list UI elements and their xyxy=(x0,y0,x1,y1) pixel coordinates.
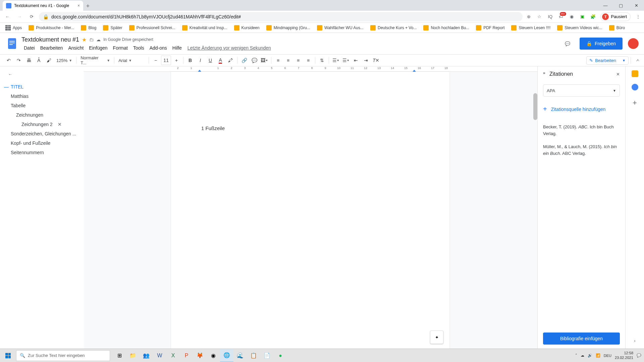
addons-plus-icon[interactable]: + xyxy=(633,99,637,107)
onedrive-icon[interactable]: ☁ xyxy=(581,353,584,358)
word-icon[interactable]: W xyxy=(153,349,166,362)
minimize-icon[interactable]: — xyxy=(598,0,613,11)
close-sidebar-icon[interactable]: ✕ xyxy=(616,72,620,77)
menu-einfuegen[interactable]: Einfügen xyxy=(87,45,110,51)
align-justify-icon[interactable]: ≡ xyxy=(304,56,313,65)
powerpoint-icon[interactable]: P xyxy=(180,349,193,362)
redo-icon[interactable]: ↷ xyxy=(14,56,23,65)
indent-decrease-icon[interactable]: ⇤ xyxy=(351,56,361,65)
menu-bearbeiten[interactable]: Bearbeiten xyxy=(38,45,65,51)
back-icon[interactable]: ← xyxy=(3,12,12,21)
bookmark-item[interactable]: Blog xyxy=(78,24,99,32)
taskbar-search[interactable]: 🔍 Zur Suche Text hier eingeben xyxy=(16,350,110,361)
close-icon[interactable]: ✕ xyxy=(629,0,644,11)
outline-back-icon[interactable]: ← xyxy=(5,72,81,77)
font-size-decrease[interactable]: − xyxy=(151,56,160,65)
remove-outline-icon[interactable]: ✕ xyxy=(58,122,62,127)
bookmark-item[interactable]: PDF Report xyxy=(473,24,507,32)
extension-circle-icon[interactable]: ◉ xyxy=(568,13,575,20)
align-center-icon[interactable]: ≡ xyxy=(283,56,293,65)
firefox-icon[interactable]: 🦊 xyxy=(193,349,207,362)
zoom-select[interactable]: 125%▼ xyxy=(54,56,74,64)
paint-format-icon[interactable]: 🖌 xyxy=(44,56,54,65)
chrome-icon[interactable]: 🌐 xyxy=(220,349,233,362)
maximize-icon[interactable]: ▢ xyxy=(613,0,629,11)
outline-item[interactable]: TITEL xyxy=(5,82,81,92)
align-left-icon[interactable]: ≡ xyxy=(273,56,283,65)
menu-addons[interactable]: Add-ons xyxy=(147,45,169,51)
star-icon[interactable]: ★ xyxy=(82,37,87,43)
citation-style-select[interactable]: APA ▼ xyxy=(543,84,620,97)
outline-item[interactable]: Sonderzeichen, Gleichungen ... xyxy=(5,129,81,138)
app-icon[interactable]: 📋 xyxy=(247,349,260,362)
tasks-icon[interactable] xyxy=(632,84,638,90)
scrollbar-thumb[interactable] xyxy=(533,93,537,120)
bookmark-item[interactable]: Steuern Lesen !!!! xyxy=(508,24,553,32)
menu-datei[interactable]: Datei xyxy=(21,45,37,51)
numbered-list-icon[interactable]: ☰▼ xyxy=(331,56,340,65)
bulleted-list-icon[interactable]: ☰▼ xyxy=(341,56,351,65)
task-view-icon[interactable]: ⊞ xyxy=(113,349,126,362)
menu-format[interactable]: Format xyxy=(111,45,130,51)
line-spacing-icon[interactable]: ⇅ xyxy=(317,56,327,65)
citation-entry[interactable]: Müller, M., & Lauch, M. (2015). Ich bin … xyxy=(543,140,620,160)
obs-icon[interactable]: ◉ xyxy=(207,349,220,362)
new-tab-button[interactable]: + xyxy=(83,1,93,11)
citation-entry[interactable]: Becker, T. (2019). ABC. Ich bin Buch Ver… xyxy=(543,120,620,140)
spotify-icon[interactable]: ● xyxy=(274,349,287,362)
image-insert-icon[interactable]: 🖼▼ xyxy=(260,56,269,65)
add-citation-source-button[interactable]: + Zitationsquelle hinzufügen xyxy=(543,102,620,116)
align-right-icon[interactable]: ≡ xyxy=(293,56,303,65)
font-size-input[interactable]: 11 xyxy=(161,56,171,65)
kebab-menu-icon[interactable]: ⋮ xyxy=(635,13,641,20)
bookmark-item[interactable]: Wahlfächer WU Aus... xyxy=(314,24,366,32)
bookmark-item[interactable]: Noch hochladen Bu... xyxy=(421,24,472,32)
link-icon[interactable]: 🔗 xyxy=(239,56,249,65)
menu-hilfe[interactable]: Hilfe xyxy=(170,45,184,51)
explore-button[interactable]: ✦ xyxy=(430,330,443,344)
underline-icon[interactable]: U xyxy=(206,56,215,65)
comments-icon[interactable]: 💬 xyxy=(561,37,574,50)
outline-item[interactable]: Tabelle xyxy=(5,101,81,110)
language-indicator[interactable]: DEU xyxy=(604,354,611,358)
extensions-puzzle-icon[interactable]: 🧩 xyxy=(590,13,596,20)
account-avatar[interactable] xyxy=(628,38,639,49)
clock[interactable]: 12:58 23.02.2021 xyxy=(615,351,633,360)
bold-icon[interactable]: B xyxy=(185,56,195,65)
bookmark-item[interactable]: Steuern Videos wic... xyxy=(554,24,605,32)
font-size-increase[interactable]: + xyxy=(172,56,181,65)
edge-icon[interactable]: 🌊 xyxy=(233,349,247,362)
document-page[interactable]: 1 Fußzeile xyxy=(171,72,449,349)
keep-icon[interactable] xyxy=(632,70,638,77)
spellcheck-icon[interactable]: Ǎ xyxy=(34,56,44,65)
start-button[interactable] xyxy=(0,349,16,362)
reload-icon[interactable]: ⟳ xyxy=(27,12,36,21)
extension-icon[interactable]: IQ xyxy=(547,13,553,20)
extension-green-icon[interactable]: ▣ xyxy=(579,13,586,20)
editing-mode-select[interactable]: ✎ Bearbeiten ▼ xyxy=(586,56,629,65)
bookmark-item[interactable]: Deutsche Kurs + Vo... xyxy=(368,24,419,32)
outline-item[interactable]: Kopf- und Fußzeile xyxy=(5,138,81,148)
text-color-icon[interactable]: A xyxy=(216,56,225,65)
bookmark-item[interactable]: Büro xyxy=(606,24,628,32)
menu-ansicht[interactable]: Ansicht xyxy=(66,45,86,51)
footer-text[interactable]: 1 Fußzeile xyxy=(201,72,419,131)
volume-icon[interactable]: 🔊 xyxy=(588,353,592,358)
bookmark-star-icon[interactable]: ☆ xyxy=(536,13,543,20)
app-icon[interactable]: 👥 xyxy=(140,349,153,362)
app-icon[interactable]: 📄 xyxy=(260,349,274,362)
outline-item[interactable]: Zeichnungen xyxy=(5,110,81,120)
move-icon[interactable]: 🗀 xyxy=(89,37,94,42)
excel-icon[interactable]: X xyxy=(166,349,180,362)
document-canvas[interactable]: 21123456789101112131415161718 1 Fußzeile… xyxy=(84,66,537,349)
last-edit-link[interactable]: Letzte Änderung vor wenigen Sekunden xyxy=(187,45,271,51)
collapse-toolbar-icon[interactable]: ㅅ xyxy=(636,57,640,63)
extension-tag-icon[interactable]: 🏷99+ xyxy=(557,13,564,20)
system-tray[interactable]: ˄ ☁ 🔊 📶 DEU 12:58 23.02.2021 💬 xyxy=(575,351,644,360)
insert-bibliography-button[interactable]: Bibliografie einfügen xyxy=(543,333,620,345)
menu-tools[interactable]: Tools xyxy=(131,45,147,51)
browser-tab[interactable]: Textdokument neu #1 - Google × xyxy=(3,1,83,11)
font-select[interactable]: Arial▼ xyxy=(116,56,147,64)
bookmark-item[interactable]: Produktsuche - Mer... xyxy=(26,24,77,32)
outline-item-selected[interactable]: Zeichnungen 2✕ xyxy=(5,120,81,129)
